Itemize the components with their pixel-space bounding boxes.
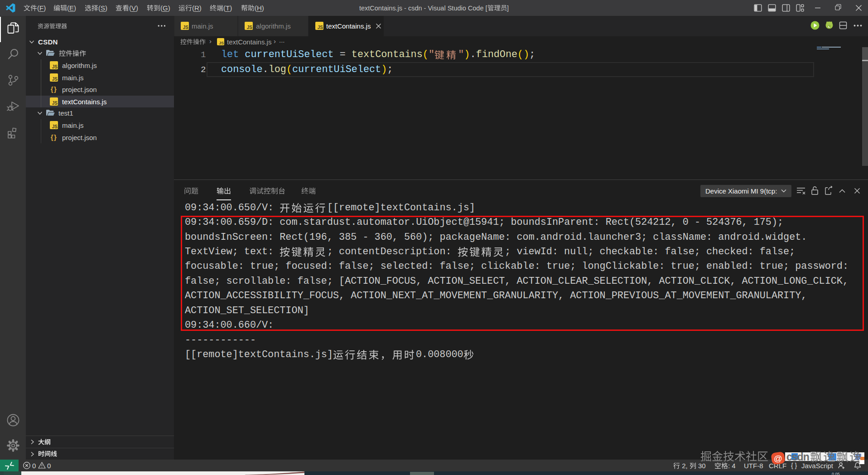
svg-text:@: @ [774, 454, 782, 463]
